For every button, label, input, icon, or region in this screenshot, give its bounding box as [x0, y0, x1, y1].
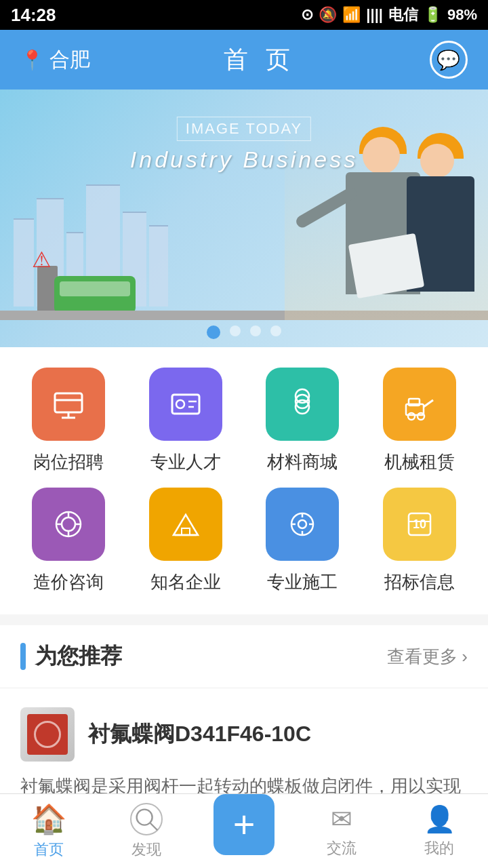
nav-discover[interactable]: 发现 [98, 803, 195, 860]
signal-icon: |||| [366, 6, 383, 24]
recommend-title-wrap: 为您推荐 [20, 642, 122, 671]
status-icons: ⊙ 🔕 📶 |||| 电信 🔋 98% [301, 5, 477, 25]
battery-icon: 🔋 [424, 6, 442, 24]
battery-label: 98% [447, 6, 477, 24]
svg-point-24 [298, 520, 306, 528]
svg-line-15 [424, 400, 433, 407]
cost-icon [32, 488, 105, 561]
menu-item-materials[interactable]: 材料商城 [247, 368, 358, 474]
city-label: 合肥 [49, 46, 90, 74]
bidding-label: 招标信息 [384, 570, 455, 594]
discover-label: 发现 [131, 840, 161, 860]
svg-point-17 [62, 517, 75, 531]
product-top: 衬氟蝶阀D341F46-10C [20, 707, 468, 762]
banner[interactable]: IMAGE TODAY Industry Business [0, 90, 488, 347]
recommend-bar [20, 643, 26, 670]
construction-label: 专业施工 [267, 570, 338, 594]
svg-rect-22 [182, 528, 190, 535]
chat-icon: 💬 [436, 49, 460, 71]
bidding-icon: 10 [383, 488, 456, 561]
jobs-icon [32, 368, 105, 441]
materials-icon [266, 368, 339, 441]
enterprise-label: 知名企业 [150, 570, 221, 594]
cost-label: 造价咨询 [33, 570, 104, 594]
jobs-label: 岗位招聘 [33, 450, 104, 474]
recommend-title: 为您推荐 [35, 642, 122, 671]
status-bar: 14:28 ⊙ 🔕 📶 |||| 电信 🔋 98% [0, 0, 488, 30]
menu-item-talent[interactable]: 专业人才 [131, 368, 241, 474]
menu-item-jobs[interactable]: 岗位招聘 [14, 368, 124, 474]
network-label: 电信 [388, 5, 418, 25]
home-label: 首页 [34, 840, 64, 860]
add-icon: + [233, 806, 256, 844]
add-button[interactable]: + [214, 794, 274, 855]
banner-dots [207, 326, 281, 339]
location-button[interactable]: 📍 合肥 [20, 46, 90, 74]
banner-text: IMAGE TODAY Industry Business [130, 117, 358, 173]
chat-button[interactable]: 💬 [430, 41, 468, 79]
menu-item-machinery[interactable]: 机械租赁 [365, 368, 475, 474]
svg-line-29 [150, 823, 158, 830]
dot-2[interactable] [230, 326, 241, 336]
svg-text:10: 10 [413, 517, 426, 531]
mine-label: 我的 [424, 838, 454, 859]
menu-item-construction[interactable]: 专业施工 [247, 488, 358, 594]
svg-point-5 [176, 400, 184, 408]
location-icon: ⊙ [301, 6, 313, 24]
chat-label: 交流 [327, 838, 357, 859]
mine-icon: 👤 [424, 804, 455, 834]
dot-1[interactable] [207, 326, 220, 339]
person1-head [363, 137, 400, 174]
recommend-header: 为您推荐 查看更多 › [0, 625, 488, 688]
page-title: 首 页 [224, 43, 296, 77]
location-pin-icon: 📍 [20, 49, 44, 71]
machinery-icon [383, 368, 456, 441]
nav-chat[interactable]: ✉ 交流 [293, 804, 390, 859]
menu-item-cost[interactable]: 造价咨询 [14, 488, 124, 594]
enterprise-icon [149, 488, 222, 561]
talent-icon [149, 368, 222, 441]
wifi-icon: 📶 [342, 6, 361, 24]
discover-icon [130, 803, 163, 835]
home-icon: 🏠 [31, 802, 66, 835]
chat-nav-icon: ✉ [331, 804, 352, 834]
svg-rect-0 [55, 393, 82, 412]
mute-icon: 🔕 [319, 6, 337, 24]
nav-add[interactable]: + [195, 808, 293, 855]
svg-point-13 [408, 413, 415, 420]
product-thumbnail [20, 707, 75, 762]
dot-4[interactable] [270, 326, 281, 336]
construction-icon [266, 488, 339, 561]
dot-3[interactable] [250, 326, 261, 336]
banner-title: Industry Business [130, 146, 358, 173]
banner-subtitle: IMAGE TODAY [177, 117, 311, 141]
menu-item-bidding[interactable]: 10 招标信息 [365, 488, 475, 594]
banner-bus [54, 276, 136, 313]
app-header: 📍 合肥 首 页 💬 [0, 30, 488, 90]
recommend-more-button[interactable]: 查看更多 › [387, 645, 468, 669]
banner-papers [348, 233, 424, 298]
chevron-right-icon: › [462, 646, 468, 667]
nav-home[interactable]: 🏠 首页 [0, 802, 98, 860]
svg-point-14 [418, 413, 424, 420]
recommend-more-label: 查看更多 [387, 645, 458, 669]
machinery-label: 机械租赁 [384, 450, 455, 474]
status-time: 14:28 [11, 5, 56, 26]
person2-head [420, 144, 454, 178]
materials-label: 材料商城 [267, 450, 338, 474]
nav-mine[interactable]: 👤 我的 [390, 804, 488, 859]
svg-point-28 [137, 809, 152, 825]
product-name: 衬氟蝶阀D341F46-10C [88, 719, 311, 749]
menu-grid: 岗位招聘 专业人才 材料商城 机械租赁 造价咨询 知名企业 专业施工 [0, 347, 488, 614]
menu-item-enterprise[interactable]: 知名企业 [131, 488, 241, 594]
talent-label: 专业人才 [150, 450, 221, 474]
bottom-nav: 🏠 首页 发现 + ✉ 交流 👤 我的 [0, 793, 488, 868]
